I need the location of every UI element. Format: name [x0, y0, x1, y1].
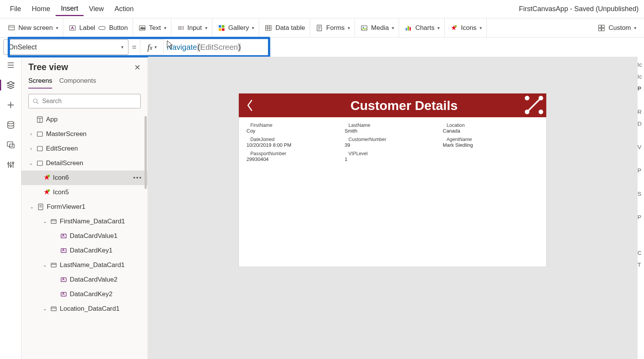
equals-sign: =	[128, 43, 140, 52]
tree-formviewer1[interactable]: ⌄ FormViewer1	[21, 200, 148, 214]
svg-point-49	[33, 99, 37, 103]
svg-line-72	[527, 98, 541, 112]
insert-icon[interactable]	[6, 100, 15, 110]
charts-icon	[404, 24, 412, 32]
svg-rect-31	[599, 25, 601, 28]
svg-rect-66	[51, 263, 56, 267]
edit-icon-selected[interactable]	[523, 94, 545, 116]
tree-view-title: Tree view	[28, 62, 68, 72]
forms-dropdown[interactable]: Forms▾	[315, 24, 350, 32]
input-dropdown[interactable]: Input▾	[177, 24, 207, 32]
tree-datacardkey1[interactable]: DataCardKey1	[21, 243, 148, 258]
svg-rect-62	[51, 220, 56, 223]
data-icon[interactable]	[6, 120, 15, 130]
field-value: 1	[345, 156, 440, 162]
field-label: CustomerNumber	[345, 137, 440, 142]
tree-edit-screen[interactable]: › EditScreen	[21, 141, 148, 156]
scrollbar-thumb[interactable]	[145, 116, 147, 189]
back-icon[interactable]	[239, 98, 262, 113]
button-button[interactable]: Button	[98, 24, 128, 32]
icons-icon	[450, 24, 458, 32]
svg-text:Abc: Abc	[140, 26, 145, 30]
app-title: FirstCanvasApp - Saved (Unpublished)	[519, 5, 639, 13]
label-button[interactable]: Label	[69, 24, 95, 32]
properties-panel-clipped: Ic Ic P R D V P S P C T	[637, 57, 644, 359]
custom-icon	[598, 24, 605, 32]
svg-point-9	[182, 26, 184, 27]
text-icon: Abc	[138, 24, 146, 32]
tree-icon6[interactable]: Icon6 •••	[21, 170, 148, 185]
field-label: PassportNumber	[246, 151, 342, 156]
canvas[interactable]: Customer Details FirstName Coy	[148, 57, 637, 359]
svg-rect-13	[222, 25, 224, 28]
screen-preview[interactable]: Customer Details FirstName Coy	[239, 93, 546, 267]
tree-view-icon[interactable]	[6, 80, 15, 90]
tree-lastname-card[interactable]: ⌄ LastName_DataCard1	[21, 258, 148, 272]
formula-bar: OnSelect ▾ = fx ▾ Navigate(EditScreen)	[0, 38, 644, 57]
svg-rect-56	[37, 161, 42, 166]
tree-search-input[interactable]	[42, 98, 136, 105]
tree-view-panel: Tree view ✕ Screens Components App › Ma	[21, 57, 148, 359]
tree-app-node[interactable]: App	[21, 112, 148, 127]
svg-rect-55	[37, 146, 42, 151]
more-icon[interactable]: •••	[133, 174, 142, 182]
field-label: Location	[443, 123, 539, 128]
svg-point-75	[525, 110, 529, 114]
ribbon: New screen ▾ Label Button Abc Text▾ Inpu…	[0, 18, 644, 38]
menu-view[interactable]: View	[84, 3, 109, 15]
menu-insert[interactable]: Insert	[56, 2, 84, 16]
gallery-dropdown[interactable]: Gallery▾	[218, 24, 255, 32]
fx-button[interactable]: fx ▾	[140, 39, 164, 55]
tree-list: App › MasterScreen › EditScreen ⌄ Detail…	[21, 112, 148, 359]
svg-rect-33	[599, 28, 601, 31]
svg-point-10	[182, 27, 184, 28]
custom-dropdown[interactable]: Custom▾	[598, 24, 636, 32]
tree-location-card[interactable]: ⌄ Location_DataCard1	[21, 302, 148, 316]
svg-rect-42	[10, 144, 14, 148]
data-table-button[interactable]: Data table	[264, 24, 305, 32]
text-dropdown[interactable]: Abc Text▾	[138, 24, 166, 32]
tree-icon5[interactable]: Icon5	[21, 185, 148, 200]
svg-rect-54	[37, 132, 42, 136]
hamburger-icon[interactable]	[6, 61, 15, 70]
main-area: Tree view ✕ Screens Components App › Ma	[0, 57, 644, 359]
tree-master-screen[interactable]: › MasterScreen	[21, 127, 148, 141]
svg-point-76	[539, 110, 543, 114]
tree-datacardvalue1[interactable]: DataCardValue1	[21, 229, 148, 243]
tree-detail-screen[interactable]: ⌄ DetailScreen	[21, 156, 148, 170]
svg-rect-15	[222, 28, 224, 31]
media-icon	[360, 24, 368, 32]
tree-datacardvalue2[interactable]: DataCardValue2	[21, 272, 148, 287]
tree-datacardkey2[interactable]: DataCardKey2	[21, 287, 148, 302]
svg-point-48	[12, 162, 14, 164]
cursor-pointer-icon	[166, 40, 174, 52]
field-value: Canada	[443, 128, 539, 134]
formula-input[interactable]: Navigate(EditScreen)	[164, 39, 244, 55]
data-table-icon	[264, 24, 272, 32]
svg-rect-70	[51, 307, 56, 311]
new-screen-icon	[8, 24, 15, 32]
field-value: 29930404	[246, 156, 342, 162]
icons-dropdown[interactable]: Icons▾	[450, 24, 482, 32]
media-rail-icon[interactable]	[6, 140, 15, 149]
field-label: LastName	[345, 123, 440, 128]
media-dropdown[interactable]: Media▾	[360, 24, 394, 32]
menu-action[interactable]: Action	[109, 3, 139, 15]
tree-firstname-card[interactable]: ⌄ FirstName_DataCard1	[21, 214, 148, 229]
svg-rect-12	[219, 25, 221, 28]
svg-point-57	[48, 175, 50, 177]
menu-file[interactable]: File	[5, 3, 26, 15]
tab-components[interactable]: Components	[59, 77, 96, 89]
tab-screens[interactable]: Screens	[28, 77, 52, 89]
menu-home[interactable]: Home	[26, 3, 56, 15]
field-label: DateJoined	[246, 137, 342, 142]
advanced-icon[interactable]	[6, 160, 15, 169]
close-icon[interactable]: ✕	[134, 63, 141, 72]
tree-search-box[interactable]	[28, 94, 141, 108]
field-value: 10/20/2019 8:00 PM	[246, 142, 342, 148]
preview-header: Customer Details	[239, 93, 546, 117]
svg-rect-32	[602, 25, 605, 28]
new-screen-button[interactable]: New screen ▾	[8, 24, 58, 32]
property-dropdown[interactable]: OnSelect ▾	[3, 39, 128, 55]
charts-dropdown[interactable]: Charts▾	[404, 24, 440, 32]
